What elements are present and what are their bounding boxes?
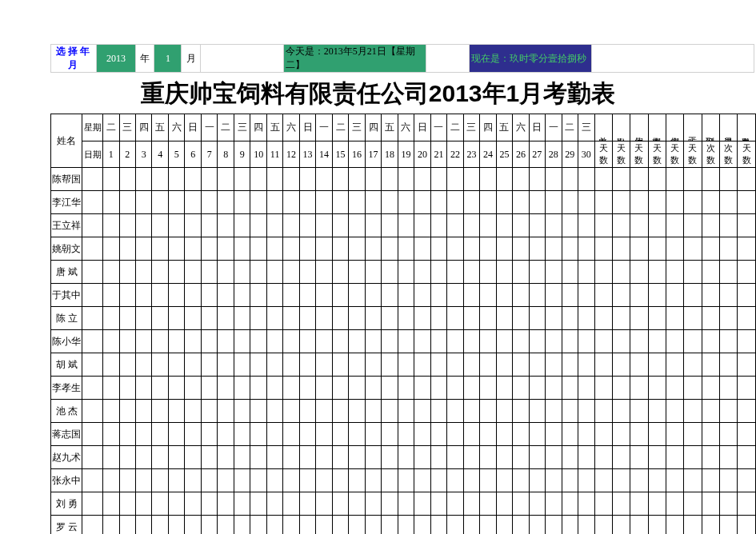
attendance-cell[interactable]	[168, 353, 184, 377]
attendance-cell[interactable]	[562, 492, 578, 516]
attendance-cell[interactable]	[119, 307, 135, 330]
attendance-cell[interactable]	[546, 353, 562, 377]
attendance-cell[interactable]	[513, 284, 529, 307]
attendance-cell[interactable]	[332, 377, 348, 400]
row-subhdr-cell[interactable]	[82, 284, 103, 307]
attendance-cell[interactable]	[316, 492, 332, 516]
attendance-cell[interactable]	[463, 191, 479, 214]
attendance-cell[interactable]	[496, 516, 512, 535]
attendance-cell[interactable]	[168, 446, 184, 469]
attendance-cell[interactable]	[578, 191, 594, 214]
attendance-cell[interactable]	[513, 400, 529, 423]
attendance-cell[interactable]	[136, 168, 152, 191]
attendance-cell[interactable]	[266, 214, 282, 237]
attendance-cell[interactable]	[250, 214, 266, 237]
row-subhdr-cell[interactable]	[82, 261, 103, 284]
attendance-cell[interactable]	[480, 377, 496, 400]
attendance-cell[interactable]	[480, 423, 496, 446]
attendance-cell[interactable]	[529, 168, 545, 191]
attendance-cell[interactable]	[136, 191, 152, 214]
attendance-cell[interactable]	[365, 446, 381, 469]
attendance-cell[interactable]	[119, 168, 135, 191]
attendance-cell[interactable]	[201, 237, 217, 261]
attendance-cell[interactable]	[496, 469, 512, 492]
attendance-cell[interactable]	[562, 446, 578, 469]
attendance-cell[interactable]	[546, 284, 562, 307]
attendance-cell[interactable]	[349, 446, 365, 469]
attendance-cell[interactable]	[218, 446, 234, 469]
attendance-cell[interactable]	[414, 191, 430, 214]
attendance-cell[interactable]	[529, 492, 545, 516]
attendance-cell[interactable]	[250, 168, 266, 191]
attendance-cell[interactable]	[529, 377, 545, 400]
attendance-cell[interactable]	[496, 191, 512, 214]
attendance-cell[interactable]	[316, 516, 332, 535]
attendance-cell[interactable]	[201, 191, 217, 214]
attendance-cell[interactable]	[578, 307, 594, 330]
attendance-cell[interactable]	[168, 237, 184, 261]
attendance-cell[interactable]	[218, 237, 234, 261]
attendance-cell[interactable]	[152, 168, 168, 191]
attendance-cell[interactable]	[201, 469, 217, 492]
row-subhdr-cell[interactable]	[82, 377, 103, 400]
attendance-cell[interactable]	[562, 191, 578, 214]
attendance-cell[interactable]	[546, 516, 562, 535]
attendance-cell[interactable]	[332, 191, 348, 214]
attendance-cell[interactable]	[201, 307, 217, 330]
attendance-cell[interactable]	[168, 214, 184, 237]
attendance-cell[interactable]	[119, 446, 135, 469]
attendance-cell[interactable]	[299, 307, 315, 330]
attendance-cell[interactable]	[578, 377, 594, 400]
attendance-cell[interactable]	[529, 400, 545, 423]
attendance-cell[interactable]	[266, 330, 282, 353]
attendance-cell[interactable]	[463, 330, 479, 353]
attendance-cell[interactable]	[398, 284, 414, 307]
attendance-cell[interactable]	[185, 330, 201, 353]
attendance-cell[interactable]	[546, 423, 562, 446]
attendance-cell[interactable]	[365, 516, 381, 535]
attendance-cell[interactable]	[382, 284, 398, 307]
attendance-cell[interactable]	[136, 400, 152, 423]
attendance-cell[interactable]	[414, 214, 430, 237]
attendance-cell[interactable]	[299, 237, 315, 261]
attendance-cell[interactable]	[382, 400, 398, 423]
attendance-cell[interactable]	[349, 423, 365, 446]
attendance-cell[interactable]	[480, 516, 496, 535]
attendance-cell[interactable]	[398, 214, 414, 237]
attendance-cell[interactable]	[349, 191, 365, 214]
attendance-cell[interactable]	[382, 446, 398, 469]
attendance-cell[interactable]	[365, 469, 381, 492]
attendance-cell[interactable]	[398, 377, 414, 400]
attendance-cell[interactable]	[234, 469, 250, 492]
attendance-cell[interactable]	[266, 469, 282, 492]
month-input[interactable]: 1	[154, 45, 182, 73]
attendance-cell[interactable]	[250, 284, 266, 307]
attendance-cell[interactable]	[365, 423, 381, 446]
attendance-cell[interactable]	[316, 284, 332, 307]
attendance-cell[interactable]	[496, 492, 512, 516]
attendance-cell[interactable]	[496, 377, 512, 400]
attendance-cell[interactable]	[136, 261, 152, 284]
attendance-cell[interactable]	[382, 330, 398, 353]
attendance-cell[interactable]	[414, 377, 430, 400]
attendance-cell[interactable]	[299, 191, 315, 214]
attendance-cell[interactable]	[201, 261, 217, 284]
attendance-cell[interactable]	[152, 307, 168, 330]
attendance-cell[interactable]	[414, 261, 430, 284]
attendance-cell[interactable]	[447, 307, 463, 330]
attendance-cell[interactable]	[136, 469, 152, 492]
attendance-cell[interactable]	[168, 168, 184, 191]
attendance-cell[interactable]	[152, 284, 168, 307]
attendance-cell[interactable]	[382, 307, 398, 330]
attendance-cell[interactable]	[480, 261, 496, 284]
attendance-cell[interactable]	[234, 377, 250, 400]
attendance-cell[interactable]	[218, 284, 234, 307]
attendance-cell[interactable]	[463, 423, 479, 446]
attendance-cell[interactable]	[430, 284, 446, 307]
attendance-cell[interactable]	[430, 168, 446, 191]
attendance-cell[interactable]	[430, 377, 446, 400]
attendance-cell[interactable]	[463, 446, 479, 469]
attendance-cell[interactable]	[463, 353, 479, 377]
attendance-cell[interactable]	[168, 492, 184, 516]
attendance-cell[interactable]	[234, 191, 250, 214]
